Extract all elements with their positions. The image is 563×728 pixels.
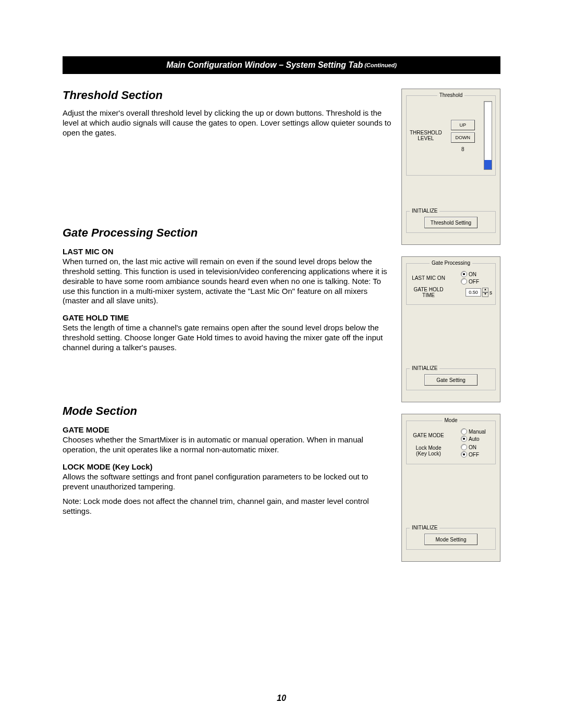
lock-mode-subhead: LOCK MODE (Key Lock) <box>63 462 392 471</box>
radio-label: Manual <box>469 429 486 435</box>
title-bar-text: Main Configuration Window – System Setti… <box>166 60 363 70</box>
radio-label: ON <box>469 272 476 277</box>
last-mic-on-paragraph: When turned on, the last mic active will… <box>63 257 392 306</box>
gate-processing-heading: Gate Processing Section <box>63 226 392 240</box>
gate-hold-time-value: 0.50 <box>466 288 481 297</box>
page-number: 10 <box>0 694 563 703</box>
gate-processing-panel: Gate Processing LAST MIC ON ON OFF <box>401 256 500 402</box>
chevron-down-icon[interactable]: ▼ <box>482 292 488 297</box>
gate-hold-label-l1: GATE HOLD <box>413 287 443 292</box>
gate-mode-label: GATE MODE <box>410 433 447 438</box>
last-mic-on-subhead: LAST MIC ON <box>63 247 392 256</box>
threshold-label-line1: THRESHOLD <box>410 130 442 135</box>
gate-hold-time-label: GATE HOLD TIME <box>410 287 447 298</box>
threshold-value: 8 <box>461 146 464 152</box>
lock-mode-label: Lock Mode (Key Lock) <box>410 445 447 456</box>
threshold-level-fill <box>484 160 492 169</box>
lock-mode-paragraph: Allows the software settings and front p… <box>63 472 392 492</box>
radio-label: OFF <box>469 452 479 458</box>
gate-mode-radio-manual[interactable]: Manual <box>461 428 492 435</box>
radio-label: Auto <box>469 436 480 442</box>
threshold-panel-legend: Threshold <box>437 92 464 98</box>
gate-init-legend: INITIALIZE <box>410 365 439 371</box>
last-mic-on-radio-off[interactable]: OFF <box>461 278 492 285</box>
gate-mode-paragraph: Chooses whether the SmartMixer is in aut… <box>63 435 392 455</box>
threshold-panel: Threshold THRESHOLD LEVEL UP DOWN 8 <box>401 89 500 245</box>
lock-mode-radio-off[interactable]: OFF <box>461 451 492 458</box>
gate-panel-legend: Gate Processing <box>430 260 472 266</box>
gate-hold-time-paragraph: Sets the length of time a channel's gate… <box>63 323 392 352</box>
lock-mode-radio-on[interactable]: ON <box>461 444 492 450</box>
radio-icon <box>461 278 467 285</box>
lock-mode-label-l2: (Key Lock) <box>416 451 441 456</box>
title-bar-suffix: (Continued) <box>364 62 397 68</box>
gate-hold-time-unit: s <box>489 290 492 295</box>
mode-setting-button[interactable]: Mode Setting <box>424 534 478 545</box>
text-column: Threshold Section Adjust the mixer's ove… <box>63 89 392 573</box>
radio-icon <box>461 428 467 435</box>
radio-icon <box>461 271 467 277</box>
threshold-down-button[interactable]: DOWN <box>451 132 475 143</box>
threshold-level-meter <box>484 101 492 170</box>
lock-mode-label-l1: Lock Mode <box>416 445 442 451</box>
radio-label: ON <box>469 445 476 450</box>
mode-init-legend: INITIALIZE <box>410 525 439 530</box>
gate-hold-time-spinner[interactable]: 0.50 ▲ ▼ s <box>466 288 492 297</box>
radio-label: OFF <box>469 279 479 285</box>
lock-mode-note: Note: Lock mode does not affect the chan… <box>63 497 392 516</box>
panel-column: Threshold THRESHOLD LEVEL UP DOWN 8 <box>401 89 500 573</box>
threshold-setting-button[interactable]: Threshold Setting <box>424 217 478 228</box>
spinner-arrows-icon[interactable]: ▲ ▼ <box>482 288 488 297</box>
title-bar: Main Configuration Window – System Setti… <box>63 56 500 74</box>
radio-icon <box>461 451 467 458</box>
last-mic-on-radiogroup: ON OFF <box>459 271 492 285</box>
threshold-heading: Threshold Section <box>63 89 392 102</box>
threshold-paragraph: Adjust the mixer's overall threshold lev… <box>63 108 392 138</box>
radio-icon <box>461 444 467 450</box>
threshold-init-legend: INITIALIZE <box>410 208 439 214</box>
radio-icon <box>461 436 467 442</box>
gate-hold-time-subhead: GATE HOLD TIME <box>63 313 392 322</box>
mode-panel-legend: Mode <box>442 417 459 423</box>
chevron-up-icon[interactable]: ▲ <box>482 288 488 292</box>
lock-mode-radiogroup: ON OFF <box>459 444 492 458</box>
threshold-up-button[interactable]: UP <box>451 120 475 130</box>
gate-hold-label-l2: TIME <box>422 292 435 298</box>
threshold-label-line2: LEVEL <box>410 135 442 141</box>
gate-setting-button[interactable]: Gate Setting <box>424 374 478 386</box>
mode-panel: Mode GATE MODE Manual Auto <box>401 414 500 562</box>
document-page: Main Configuration Window – System Setti… <box>0 0 563 728</box>
gate-mode-radio-auto[interactable]: Auto <box>461 436 492 442</box>
gate-mode-radiogroup: Manual Auto <box>459 428 492 442</box>
last-mic-on-label: LAST MIC ON <box>410 275 447 281</box>
gate-mode-subhead: GATE MODE <box>63 425 392 434</box>
mode-heading: Mode Section <box>63 404 392 418</box>
last-mic-on-radio-on[interactable]: ON <box>461 271 492 277</box>
